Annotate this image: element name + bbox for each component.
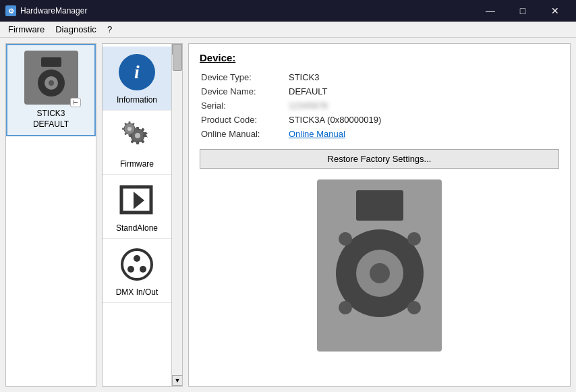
svg-rect-15 xyxy=(122,128,125,130)
standalone-icon-container xyxy=(117,180,157,221)
speaker-circle-inner xyxy=(45,76,58,90)
nav-label-firmware: Firmware xyxy=(120,159,154,169)
serial-blurred: 12345678 xyxy=(289,101,328,111)
table-row-device-type: Device Type: STICK3 xyxy=(200,70,559,84)
table-row-product-code: Product Code: STICK3A (0x80000019) xyxy=(200,113,559,127)
label-device-name: Device Name: xyxy=(200,84,287,99)
speaker-circle-outer xyxy=(38,69,65,96)
svg-marker-21 xyxy=(134,192,144,209)
standalone-icon xyxy=(119,182,155,219)
nav-item-firmware[interactable]: Firmware xyxy=(103,111,171,175)
title-bar: ⚙ HardwareManager — □ ✕ xyxy=(0,0,576,22)
big-speaker-circle-mid xyxy=(356,250,403,297)
value-online-manual: Online Manual xyxy=(287,127,559,141)
nav-label-dmx: DMX In/Out xyxy=(116,287,159,297)
corner-dot-tl xyxy=(339,232,352,246)
device-name: STICK3 DEFAULT xyxy=(33,109,69,130)
value-device-name: DEFAULT xyxy=(287,84,559,99)
nav-scrollbar[interactable]: ▲ ▼ xyxy=(171,44,182,386)
usb-badge: ⊢ xyxy=(70,98,81,107)
device-item[interactable]: ⊢ STICK3 DEFAULT xyxy=(6,44,96,136)
svg-point-22 xyxy=(122,250,152,279)
device-icon-container: ⊢ xyxy=(24,51,78,105)
restore-factory-button[interactable]: Restore Factory Settings... xyxy=(200,149,559,169)
label-product-code: Product Code: xyxy=(200,113,287,127)
information-icon-container: i xyxy=(117,52,157,92)
gear-icon xyxy=(119,118,155,155)
svg-point-11 xyxy=(127,127,132,131)
table-row-device-name: Device Name: DEFAULT xyxy=(200,84,559,99)
minimize-button[interactable]: — xyxy=(475,0,506,22)
svg-point-1 xyxy=(135,133,140,138)
online-manual-link[interactable]: Online Manual xyxy=(289,129,345,139)
svg-rect-12 xyxy=(129,121,131,124)
firmware-icon-container xyxy=(117,116,157,157)
app-icon: ⚙ xyxy=(5,5,16,16)
main-content: ⊢ STICK3 DEFAULT ▲ ▼ i Information xyxy=(0,38,576,392)
window-controls: — □ ✕ xyxy=(475,0,571,22)
label-device-type: Device Type: xyxy=(200,70,287,84)
value-serial: 12345678 xyxy=(287,99,559,113)
svg-rect-3 xyxy=(136,141,139,144)
nav-item-dmx[interactable]: DMX In/Out xyxy=(103,239,171,303)
big-speaker-circle-inner xyxy=(370,263,390,283)
menu-bar: Firmware Diagnostic ? xyxy=(0,22,576,38)
device-visual xyxy=(200,179,559,352)
svg-point-25 xyxy=(140,266,146,273)
big-speaker-circle-bg xyxy=(336,229,424,317)
nav-label-standalone: StandAlone xyxy=(116,223,158,233)
big-speaker-top xyxy=(356,190,403,221)
speaker-top-rect xyxy=(41,57,61,67)
maximize-button[interactable]: □ xyxy=(507,0,538,22)
svg-point-23 xyxy=(134,255,140,262)
info-icon: i xyxy=(119,54,155,90)
label-serial: Serial: xyxy=(200,99,287,113)
svg-rect-14 xyxy=(134,128,137,130)
big-speaker-icon xyxy=(317,179,442,352)
close-button[interactable]: ✕ xyxy=(540,0,571,22)
svg-point-24 xyxy=(127,266,134,273)
app-title: HardwareManager xyxy=(20,6,475,16)
table-row-online-manual: Online Manual: Online Manual xyxy=(200,127,559,141)
big-speaker-main xyxy=(333,226,427,320)
scroll-down-button[interactable]: ▼ xyxy=(172,375,183,386)
svg-rect-4 xyxy=(143,134,146,137)
corner-dot-tr xyxy=(407,232,421,246)
table-row-serial: Serial: 12345678 xyxy=(200,99,559,113)
dmx-icon-container xyxy=(117,244,157,285)
nav-item-information[interactable]: i Information xyxy=(103,47,171,111)
device-section-title: Device: xyxy=(200,52,559,63)
corner-dot-br xyxy=(407,301,421,314)
content-panel: Device: Device Type: STICK3 Device Name:… xyxy=(188,43,571,387)
label-online-manual: Online Manual: xyxy=(200,127,287,141)
svg-rect-13 xyxy=(129,134,131,136)
value-device-type: STICK3 xyxy=(287,70,559,84)
dmx-icon xyxy=(119,246,155,283)
menu-firmware[interactable]: Firmware xyxy=(3,23,50,36)
nav-label-information: Information xyxy=(117,95,157,105)
device-info-table: Device Type: STICK3 Device Name: DEFAULT… xyxy=(200,70,559,141)
speaker-circle-dot xyxy=(49,80,54,86)
scrollbar-thumb[interactable] xyxy=(173,44,182,71)
corner-dot-bl xyxy=(339,301,352,314)
nav-item-standalone[interactable]: StandAlone xyxy=(103,175,171,239)
menu-diagnostic[interactable]: Diagnostic xyxy=(50,23,102,36)
nav-panel: ▲ ▼ i Information xyxy=(102,43,183,387)
nav-items: i Information xyxy=(103,44,171,306)
value-product-code: STICK3A (0x80000019) xyxy=(287,113,559,127)
menu-help[interactable]: ? xyxy=(102,23,117,36)
device-panel: ⊢ STICK3 DEFAULT xyxy=(5,43,96,387)
